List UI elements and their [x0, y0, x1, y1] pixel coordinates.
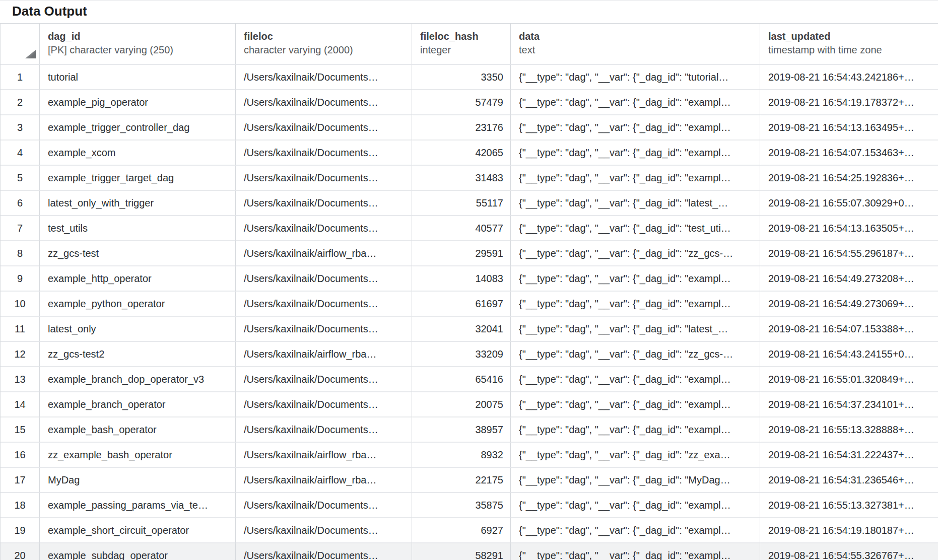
cell-data[interactable]: {"__type": "dag", "__var": {"_dag_id": "… [511, 141, 760, 166]
cell-last-updated[interactable]: 2019-08-21 16:54:19.180187+… [760, 518, 938, 543]
column-header-last-updated[interactable]: last_updated timestamp with time zone [760, 23, 938, 65]
cell-data[interactable]: {"__type": "dag", "__var": {"_dag_id": "… [511, 266, 760, 292]
cell-dag-id[interactable]: example_branch_operator [40, 392, 236, 417]
cell-fileloc[interactable]: /Users/kaxilnaik/Documents… [236, 367, 412, 392]
cell-dag-id[interactable]: example_trigger_controller_dag [40, 115, 236, 141]
cell-dag-id[interactable]: test_utils [40, 216, 236, 241]
column-header-fileloc-hash[interactable]: fileloc_hash integer [412, 23, 511, 65]
cell-last-updated[interactable]: 2019-08-21 16:54:13.163495+… [760, 115, 938, 141]
cell-last-updated[interactable]: 2019-08-21 16:54:55.296187+… [760, 241, 938, 266]
cell-fileloc[interactable]: /Users/kaxilnaik/Documents… [236, 417, 412, 443]
cell-fileloc[interactable]: /Users/kaxilnaik/airflow_rba… [236, 468, 412, 493]
cell-data[interactable]: {"__type": "dag", "__var": {"_dag_id": "… [511, 493, 760, 518]
row-number[interactable]: 10 [1, 292, 40, 317]
cell-fileloc-hash[interactable]: 33209 [412, 342, 511, 367]
cell-fileloc[interactable]: /Users/kaxilnaik/Documents… [236, 493, 412, 518]
cell-dag-id[interactable]: latest_only_with_trigger [40, 191, 236, 216]
cell-fileloc[interactable]: /Users/kaxilnaik/Documents… [236, 317, 412, 342]
row-number[interactable]: 1 [1, 65, 40, 90]
row-number[interactable]: 17 [1, 468, 40, 493]
cell-fileloc-hash[interactable]: 42065 [412, 141, 511, 166]
cell-data[interactable]: {"__type": "dag", "__var": {"_dag_id": "… [511, 191, 760, 216]
cell-dag-id[interactable]: zz_gcs-test [40, 241, 236, 266]
cell-last-updated[interactable]: 2019-08-21 16:55:13.327381+… [760, 493, 938, 518]
cell-fileloc-hash[interactable]: 20075 [412, 392, 511, 417]
row-number[interactable]: 3 [1, 115, 40, 141]
cell-last-updated[interactable]: 2019-08-21 16:54:55.326767+… [760, 543, 938, 560]
cell-last-updated[interactable]: 2019-08-21 16:54:49.273208+… [760, 266, 938, 292]
cell-last-updated[interactable]: 2019-08-21 16:54:07.153463+… [760, 141, 938, 166]
cell-fileloc[interactable]: /Users/kaxilnaik/Documents… [236, 115, 412, 141]
cell-dag-id[interactable]: example_python_operator [40, 292, 236, 317]
cell-data[interactable]: {"__type": "dag", "__var": {"_dag_id": "… [511, 65, 760, 90]
cell-last-updated[interactable]: 2019-08-21 16:54:25.192836+… [760, 166, 938, 191]
row-number[interactable]: 15 [1, 417, 40, 443]
column-header-fileloc[interactable]: fileloc character varying (2000) [236, 23, 412, 65]
select-all-triangle-icon[interactable] [25, 50, 36, 58]
cell-dag-id[interactable]: example_xcom [40, 141, 236, 166]
cell-fileloc-hash[interactable]: 6927 [412, 518, 511, 543]
cell-data[interactable]: {"__type": "dag", "__var": {"_dag_id": "… [511, 292, 760, 317]
select-all-header[interactable] [1, 23, 40, 65]
cell-fileloc-hash[interactable]: 31483 [412, 166, 511, 191]
cell-fileloc[interactable]: /Users/kaxilnaik/Documents… [236, 166, 412, 191]
cell-fileloc[interactable]: /Users/kaxilnaik/Documents… [236, 518, 412, 543]
row-number[interactable]: 4 [1, 141, 40, 166]
cell-fileloc[interactable]: /Users/kaxilnaik/Documents… [236, 292, 412, 317]
cell-last-updated[interactable]: 2019-08-21 16:54:07.153388+… [760, 317, 938, 342]
row-number[interactable]: 13 [1, 367, 40, 392]
cell-dag-id[interactable]: example_short_circuit_operator [40, 518, 236, 543]
cell-last-updated[interactable]: 2019-08-21 16:54:37.234101+… [760, 392, 938, 417]
cell-data[interactable]: {"__type": "dag", "__var": {"_dag_id": "… [511, 392, 760, 417]
cell-last-updated[interactable]: 2019-08-21 16:54:13.163505+… [760, 216, 938, 241]
cell-dag-id[interactable]: MyDag [40, 468, 236, 493]
cell-last-updated[interactable]: 2019-08-21 16:55:01.320849+… [760, 367, 938, 392]
cell-data[interactable]: {"__type": "dag", "__var": {"_dag_id": "… [511, 342, 760, 367]
cell-dag-id[interactable]: example_pig_operator [40, 90, 236, 115]
column-header-dag-id[interactable]: dag_id [PK] character varying (250) [40, 23, 236, 65]
cell-fileloc-hash[interactable]: 23176 [412, 115, 511, 141]
cell-dag-id[interactable]: example_bash_operator [40, 417, 236, 443]
cell-dag-id[interactable]: zz_example_bash_operator [40, 443, 236, 468]
row-number[interactable]: 9 [1, 266, 40, 292]
row-number[interactable]: 5 [1, 166, 40, 191]
row-number[interactable]: 7 [1, 216, 40, 241]
cell-last-updated[interactable]: 2019-08-21 16:54:43.24155+0… [760, 342, 938, 367]
cell-fileloc[interactable]: /Users/kaxilnaik/Documents… [236, 266, 412, 292]
cell-data[interactable]: {"__type": "dag", "__var": {"_dag_id": "… [511, 518, 760, 543]
cell-fileloc-hash[interactable]: 22175 [412, 468, 511, 493]
cell-dag-id[interactable]: tutorial [40, 65, 236, 90]
cell-last-updated[interactable]: 2019-08-21 16:54:19.178372+… [760, 90, 938, 115]
cell-data[interactable]: {"__type": "dag", "__var": {"_dag_id": "… [511, 367, 760, 392]
row-number[interactable]: 8 [1, 241, 40, 266]
row-number[interactable]: 11 [1, 317, 40, 342]
cell-data[interactable]: {"__type": "dag", "__var": {"_dag_id": "… [511, 543, 760, 560]
cell-dag-id[interactable]: example_subdag_operator [40, 543, 236, 560]
cell-last-updated[interactable]: 2019-08-21 16:54:31.236546+… [760, 468, 938, 493]
cell-data[interactable]: {"__type": "dag", "__var": {"_dag_id": "… [511, 241, 760, 266]
cell-fileloc[interactable]: /Users/kaxilnaik/Documents… [236, 216, 412, 241]
cell-fileloc[interactable]: /Users/kaxilnaik/Documents… [236, 392, 412, 417]
cell-last-updated[interactable]: 2019-08-21 16:54:49.273069+… [760, 292, 938, 317]
cell-fileloc-hash[interactable]: 61697 [412, 292, 511, 317]
cell-fileloc-hash[interactable]: 14083 [412, 266, 511, 292]
cell-data[interactable]: {"__type": "dag", "__var": {"_dag_id": "… [511, 216, 760, 241]
cell-dag-id[interactable]: example_passing_params_via_te… [40, 493, 236, 518]
row-number[interactable]: 6 [1, 191, 40, 216]
cell-last-updated[interactable]: 2019-08-21 16:55:07.30929+0… [760, 191, 938, 216]
cell-fileloc-hash[interactable]: 8932 [412, 443, 511, 468]
cell-dag-id[interactable]: example_trigger_target_dag [40, 166, 236, 191]
cell-fileloc[interactable]: /Users/kaxilnaik/airflow_rba… [236, 241, 412, 266]
cell-fileloc[interactable]: /Users/kaxilnaik/Documents… [236, 543, 412, 560]
cell-fileloc-hash[interactable]: 29591 [412, 241, 511, 266]
cell-fileloc[interactable]: /Users/kaxilnaik/Documents… [236, 90, 412, 115]
cell-fileloc[interactable]: /Users/kaxilnaik/Documents… [236, 141, 412, 166]
row-number[interactable]: 19 [1, 518, 40, 543]
cell-fileloc[interactable]: /Users/kaxilnaik/airflow_rba… [236, 443, 412, 468]
row-number[interactable]: 12 [1, 342, 40, 367]
row-number[interactable]: 18 [1, 493, 40, 518]
cell-dag-id[interactable]: zz_gcs-test2 [40, 342, 236, 367]
cell-fileloc-hash[interactable]: 40577 [412, 216, 511, 241]
cell-data[interactable]: {"__type": "dag", "__var": {"_dag_id": "… [511, 90, 760, 115]
cell-fileloc-hash[interactable]: 35875 [412, 493, 511, 518]
